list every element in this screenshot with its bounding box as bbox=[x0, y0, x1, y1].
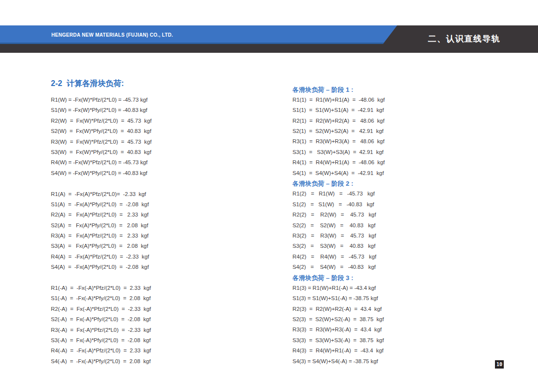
formula-line: R2(A) = Fx(A)*Pfz/(2*L0) = 2.33 kgf bbox=[51, 210, 149, 220]
formula-line: S2(-A) = Fx(-A)*Pfy/(2*L0) = -2.08 kgf bbox=[51, 314, 151, 325]
formula-line: S2(2) = S2(W) = 40.83 kgf bbox=[292, 220, 376, 231]
formula-line: S4(3) = S4(W)+S4(-A) = -38.75 kgf bbox=[292, 356, 384, 367]
formula-block-w: R1(W) = -Fx(W)*Pfz/(2*L0) = -45.73 kgfS1… bbox=[51, 95, 152, 178]
formula-line: S1(W) = -Fx(W)*Pfy/(2*L0) = -40.83 kgf bbox=[51, 105, 152, 115]
formula-line: S1(1) = S1(W)+S1(A) = -42.91 kgf bbox=[292, 105, 385, 115]
formula-line: S2(3) = S2(W)+S2(-A) = 38.75 kgf bbox=[292, 314, 384, 325]
slide-page: HENGERDA NEW MATERIALS (FUJIAN) CO., LTD… bbox=[0, 0, 538, 392]
formula-line: R4(A) = -Fx(A)*Pfz/(2*L0) = -2.33 kgf bbox=[51, 252, 149, 262]
stage1-lines: R1(1) = R1(W)+R1(A) = -48.06 kgfS1(1) = … bbox=[292, 95, 385, 178]
company-name: HENGERDA NEW MATERIALS (FUJIAN) CO., LTD… bbox=[0, 32, 173, 38]
stage2-heading: 各滑块负荷 – 阶段 2 : bbox=[292, 178, 376, 189]
company-banner: HENGERDA NEW MATERIALS (FUJIAN) CO., LTD… bbox=[0, 25, 397, 44]
formula-line: R2(1) = R2(W)+R2(A) = 48.06 kgf bbox=[292, 116, 385, 126]
formula-line: R4(-A) = -Fx(-A)*Pfz/(2*L0) = 2.33 kgf bbox=[51, 346, 151, 356]
formula-line: R3(A) = Fx(A)*Pfz/(2*L0) = 2.33 kgf bbox=[51, 231, 149, 241]
stage1-block: 各滑块负荷 – 阶段 1 : R1(1) = R1(W)+R1(A) = -48… bbox=[292, 85, 385, 179]
formula-line: R4(W) = -Fx(W)*Pfz/(2*L0) = -45.73 kgf bbox=[51, 157, 152, 168]
formula-line: S3(-A) = Fx(-A)*Pfy/(2*L0) = -2.08 kgf bbox=[51, 335, 151, 346]
formula-line: R1(3) = R1(W)+R1(-A) = -43.4 kgf bbox=[292, 283, 384, 293]
formula-line: S2(W) = Fx(W)*Pfy/(2*L0) = 40.83 kgf bbox=[51, 126, 152, 136]
formula-line: R2(W) = Fx(W)*Pfz/(2*L0) = 45.73 kgf bbox=[51, 116, 152, 126]
formula-line: R1(W) = -Fx(W)*Pfz/(2*L0) = -45.73 kgf bbox=[51, 95, 152, 105]
formula-line: R2(-A) = Fx(-A)*Pfz/(2*L0) = -2.33 kgf bbox=[51, 304, 151, 314]
section-title: 二、认识直线导轨 bbox=[428, 25, 500, 53]
formula-line: S3(W) = Fx(W)*Pfy/(2*L0) = 40.83 kgf bbox=[51, 147, 152, 157]
formula-line: S3(A) = Fx(A)*Pfy/(2*L0) = 2.08 kgf bbox=[51, 241, 149, 251]
formula-line: R2(3) = R2(W)+R2(-A) = 43.4 kgf bbox=[292, 304, 384, 314]
formula-line: R3(-A) = Fx(-A)*Pfz/(2*L0) = -2.33 kgf bbox=[51, 325, 151, 335]
formula-line: S4(W) = -Fx(W)*Pfy/(2*L0) = -40.83 kgf bbox=[51, 168, 152, 178]
formula-line: S4(1) = S4(W)+S4(A) = -42.91 kgf bbox=[292, 168, 385, 178]
formula-line: S2(1) = S2(W)+S2(A) = 42.91 kgf bbox=[292, 126, 385, 136]
formula-line: S1(3) = S1(W)+S1(-A) = -38.75 kgf bbox=[292, 293, 384, 304]
formula-line: S4(-A) = -Fx(-A)*Pfy/(2*L0) = 2.08 kgf bbox=[51, 356, 151, 367]
formula-line: R4(2) = R4(W) = -45.73 kgf bbox=[292, 252, 376, 262]
formula-line: R1(1) = R1(W)+R1(A) = -48.06 kgf bbox=[292, 95, 385, 105]
stage2-block: 各滑块负荷 – 阶段 2 : R1(2) = R1(W) = -45.73 kg… bbox=[292, 178, 376, 273]
formula-line: S3(3) = S3(W)+S3(-A) = 38.75 kgf bbox=[292, 335, 384, 346]
stage3-heading: 各滑块负荷 – 阶段 3 : bbox=[292, 273, 384, 283]
formula-line: S2(A) = Fx(A)*Pfy/(2*L0) = 2.08 kgf bbox=[51, 220, 149, 231]
formula-line: S1(-A) = -Fx(-A)*Pfy/(2*L0) = 2.08 kgf bbox=[51, 293, 151, 304]
formula-line: R3(W) = Fx(W)*Pfz/(2*L0) = 45.73 kgf bbox=[51, 137, 152, 147]
formula-line: R1(-A) = -Fx(-A)*Pfz/(2*L0) = 2.33 kgf bbox=[51, 283, 151, 293]
formula-line: S1(2) = S1(W) = -40.83 kgf bbox=[292, 199, 376, 210]
formula-line: R1(2) = R1(W) = -45.73 kgf bbox=[292, 189, 376, 199]
formula-line: R3(1) = R3(W)+R3(A) = 48.06 kgf bbox=[292, 136, 385, 147]
formula-line: R1(A) = -Fx(A)*Pfz/(2*L0)= -2.33 kgf bbox=[51, 189, 149, 199]
left-column-heading: 2-2 计算各滑块负荷: bbox=[51, 78, 124, 89]
formula-line: R2(2) = R2(W) = 45.73 kgf bbox=[292, 210, 376, 220]
formula-line: S3(1) = S3(W)+S3(A) = 42.91 kgf bbox=[292, 147, 385, 157]
formula-line: S3(2) = S3(W) = 40.83 kgf bbox=[292, 241, 376, 251]
stage3-block: 各滑块负荷 – 阶段 3 : R1(3) = R1(W)+R1(-A) = -4… bbox=[292, 273, 384, 367]
stage1-heading: 各滑块负荷 – 阶段 1 : bbox=[292, 85, 385, 95]
formula-line: R4(1) = R4(W)+R1(A) = -48.06 kgf bbox=[292, 157, 385, 168]
formula-line: R3(3) = R3(W)+R3(-A) = 43.4 kgf bbox=[292, 325, 384, 335]
formula-line: R3(2) = R3(W) = 45.73 kgf bbox=[292, 231, 376, 241]
formula-line: S4(2) = S4(W) = -40.83 kgf bbox=[292, 262, 376, 272]
page-number-badge: 10 bbox=[495, 360, 504, 369]
stage3-lines: R1(3) = R1(W)+R1(-A) = -43.4 kgfS1(3) = … bbox=[292, 283, 384, 367]
stage2-lines: R1(2) = R1(W) = -45.73 kgfS1(2) = S1(W) … bbox=[292, 189, 376, 272]
formula-line: R4(3) = R4(W)+R1(-A) = -43.4 kgf bbox=[292, 346, 384, 356]
formula-line: S1(A) = -Fx(A)*Pfy/(2*L0) = -2.08 kgf bbox=[51, 199, 149, 210]
formula-block-a: R1(A) = -Fx(A)*Pfz/(2*L0)= -2.33 kgfS1(A… bbox=[51, 189, 149, 273]
formula-block-neg-a: R1(-A) = -Fx(-A)*Pfz/(2*L0) = 2.33 kgfS1… bbox=[51, 283, 151, 367]
formula-line: S4(A) = -Fx(A)*Pfy/(2*L0) = -2.08 kgf bbox=[51, 262, 149, 272]
